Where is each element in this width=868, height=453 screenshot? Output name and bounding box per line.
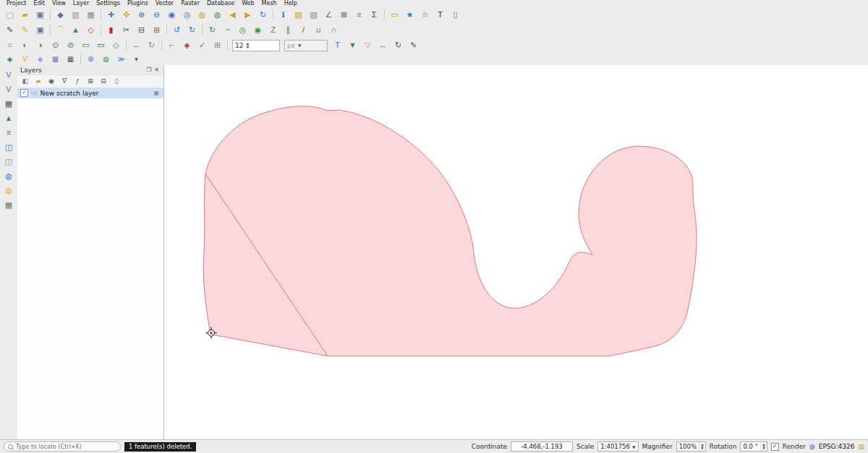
rotate-label[interactable]: ↻ <box>391 39 405 51</box>
zoom-native[interactable]: ◉ <box>165 9 179 21</box>
zoom-to-layer[interactable]: ◍ <box>210 9 224 21</box>
add-group[interactable]: ▰ <box>33 76 44 87</box>
save-layer-edits[interactable]: ▣ <box>33 24 47 36</box>
attributes-table[interactable]: ⊞ <box>337 9 351 21</box>
statistical-summary[interactable]: Σ <box>367 9 381 21</box>
layer-row[interactable]: ▭ New scratch layer ▣ <box>17 88 163 98</box>
measure-line[interactable]: ∠ <box>322 9 336 21</box>
spinner-arrows-icon[interactable]: ▲▼ <box>760 443 767 450</box>
map-tips[interactable]: ▭ <box>388 9 401 21</box>
add-ring[interactable]: ◎ <box>236 24 250 36</box>
change-label-properties[interactable]: ✎ <box>407 39 420 51</box>
zoom-last[interactable]: ◀ <box>226 9 239 21</box>
highlight-pinned-labels[interactable]: ▽ <box>361 39 375 51</box>
new-geopackage-layer[interactable]: ◈ <box>3 54 17 64</box>
refresh-map[interactable]: ↻ <box>256 9 270 21</box>
merge-attributes[interactable]: ∩ <box>327 24 341 36</box>
add-raster-layer[interactable]: ▦ <box>1 97 16 111</box>
add-part[interactable]: ◉ <box>251 24 265 36</box>
zoom-in[interactable]: ⊕ <box>135 9 148 21</box>
zoom-to-selection[interactable]: ◍ <box>195 9 209 21</box>
layer-labeling-options[interactable]: T <box>331 39 344 51</box>
split-features[interactable]: / <box>297 24 310 36</box>
menu-item[interactable]: Help <box>281 0 301 7</box>
menu-item[interactable]: Plugins <box>124 0 152 7</box>
merge-features[interactable]: ∪ <box>312 24 326 36</box>
add-spatialite-layer[interactable]: ◫ <box>1 155 16 169</box>
menu-item[interactable]: Vector <box>152 0 178 7</box>
paste-features[interactable]: ⊞ <box>150 24 163 36</box>
add-mesh-layer[interactable]: ▲ <box>1 111 16 125</box>
font-size-combo[interactable]: 12 ▲▼ <box>232 40 280 51</box>
scale-combo[interactable]: 1:401756 ▼ <box>597 441 638 452</box>
add-polygon-feature[interactable]: ▲ <box>69 24 82 36</box>
rectangle-from-center[interactable]: ▭ <box>94 39 108 51</box>
project-save[interactable]: ▣ <box>33 9 47 21</box>
ellipse-from-extent[interactable]: ⊘ <box>64 39 77 51</box>
simplify-feature[interactable]: ~ <box>221 24 234 36</box>
spinner-arrows-icon[interactable]: ▲▼ <box>246 42 249 49</box>
snapping-toggle[interactable]: ◈ <box>180 39 194 51</box>
expand-all[interactable]: ⊞ <box>85 76 96 87</box>
open-layer-styling-panel[interactable]: ◧ <box>20 76 31 87</box>
new-virtual-layer[interactable]: ▦ <box>64 54 77 64</box>
zoom-next[interactable]: ▶ <box>241 9 255 21</box>
python-console[interactable]: ≫ <box>114 54 128 64</box>
new-temporary-scratch-layer[interactable]: ▦ <box>48 54 62 64</box>
pan-to-selection[interactable]: ✜ <box>119 9 133 21</box>
circle-by-center[interactable]: ◑ <box>33 39 47 51</box>
toggle-editing[interactable]: ✎ <box>18 24 32 36</box>
add-wfs-layer[interactable]: ◍ <box>1 184 16 198</box>
pin-unpin-labels[interactable]: ▼ <box>346 39 359 51</box>
new-spatialite-layer[interactable]: ◈ <box>33 54 47 64</box>
render-checkbox[interactable] <box>771 443 779 451</box>
layer-visibility-checkbox[interactable] <box>20 89 28 97</box>
filter-legend[interactable]: ∇ <box>59 76 70 87</box>
advanced-digitizing-panel[interactable]: ⊞ <box>210 39 224 51</box>
current-edits[interactable]: ✎ <box>3 24 17 36</box>
magnifier-spinbox[interactable]: 100% ▲▼ <box>676 441 706 452</box>
zoom-out[interactable]: ⊖ <box>150 9 163 21</box>
menu-item[interactable]: Database <box>203 0 238 7</box>
memory-layer-indicator-icon[interactable]: ▣ <box>152 90 161 96</box>
project-new[interactable]: ▢ <box>3 9 17 21</box>
delete-selected[interactable]: ▮ <box>104 24 118 36</box>
redo[interactable]: ↻ <box>185 24 199 36</box>
add-postgis-layer[interactable]: ◫ <box>1 140 16 154</box>
coordinate-input[interactable] <box>511 441 573 452</box>
menu-item[interactable]: Mesh <box>258 0 281 7</box>
new-shapefile-layer[interactable]: V <box>18 54 32 64</box>
vertex-tool[interactable]: ◇ <box>84 24 98 36</box>
project-open[interactable]: ▰ <box>18 9 32 21</box>
crs-status-button[interactable]: EPSG:4326 <box>819 443 855 450</box>
menu-item[interactable]: View <box>48 0 69 7</box>
spinner-arrows-icon[interactable]: ▲▼ <box>699 443 705 450</box>
menu-item[interactable]: Settings <box>93 0 124 7</box>
collapse-all[interactable]: ⊟ <box>98 76 109 87</box>
undo[interactable]: ↺ <box>170 24 184 36</box>
move-label[interactable]: ↔ <box>376 39 390 51</box>
move-feature[interactable]: ↔ <box>129 39 143 51</box>
messages-icon[interactable]: ▤ <box>858 443 864 450</box>
menu-item[interactable]: Layer <box>69 0 93 7</box>
locate-input[interactable] <box>16 444 116 450</box>
font-unit-combo[interactable]: px ▼ <box>284 40 328 51</box>
map-canvas[interactable] <box>163 65 868 440</box>
manage-map-themes[interactable]: ◉ <box>46 76 57 87</box>
layout-manager[interactable]: ▦ <box>84 9 98 21</box>
menu-item[interactable]: Raster <box>177 0 203 7</box>
zoom-full[interactable]: ◎ <box>180 9 194 21</box>
rotation-spinbox[interactable]: 0.0 ° ▲▼ <box>740 441 767 452</box>
new-print-layout[interactable]: ▥ <box>69 9 82 21</box>
toolbar-options-dropdown[interactable]: ▾ <box>129 54 143 64</box>
text-annotation[interactable]: T <box>433 9 447 21</box>
rotate-feature[interactable]: ↻ <box>205 24 219 36</box>
regular-polygon[interactable]: ◇ <box>109 39 123 51</box>
filter-legend-by-expression[interactable]: ƒ <box>72 76 83 87</box>
reshape-features[interactable]: Z <box>266 24 280 36</box>
select-features[interactable]: ▧ <box>292 9 305 21</box>
new-bookmark[interactable]: ★ <box>403 9 417 21</box>
scratch-polygon[interactable] <box>203 106 697 356</box>
open-data-source-manager[interactable]: V <box>1 68 16 82</box>
deselect-features[interactable]: ▧ <box>307 9 320 21</box>
